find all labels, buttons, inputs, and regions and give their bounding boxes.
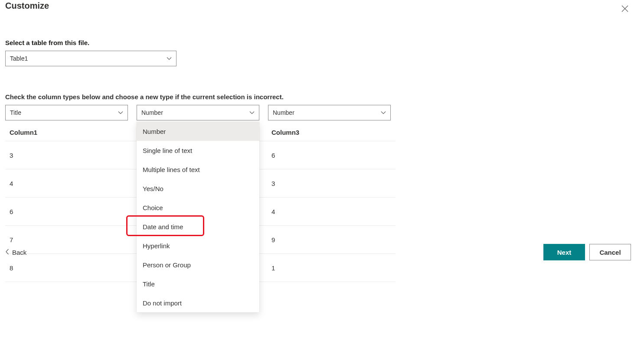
- table-cell: 9: [265, 236, 396, 243]
- menu-item-multiple-lines[interactable]: Multiple lines of text: [137, 160, 259, 179]
- menu-item-yes-no[interactable]: Yes/No: [137, 179, 259, 198]
- menu-item-person-group[interactable]: Person or Group: [137, 255, 259, 274]
- column-type-instruction: Check the column types below and choose …: [5, 93, 639, 101]
- table-cell: 3: [265, 180, 396, 187]
- chevron-down-icon: [249, 110, 255, 115]
- table-cell: 7: [5, 236, 135, 243]
- close-icon: [621, 5, 628, 12]
- back-button[interactable]: Back: [5, 249, 26, 256]
- chevron-down-icon: [118, 110, 123, 115]
- table-cell: 6: [5, 208, 135, 215]
- chevron-down-icon: [381, 110, 386, 115]
- column3-type-value: Number: [273, 109, 294, 116]
- dialog-title: Customize: [5, 1, 49, 11]
- column3-type-dropdown[interactable]: Number: [268, 105, 391, 120]
- column1-type-dropdown[interactable]: Title: [5, 105, 128, 120]
- chevron-down-icon: [167, 56, 172, 61]
- table-cell: 4: [265, 208, 396, 215]
- close-button[interactable]: [620, 3, 630, 14]
- table-cell: 1: [265, 264, 396, 272]
- table-cell: 3: [5, 152, 135, 159]
- chevron-left-icon: [5, 249, 10, 256]
- select-table-label: Select a table from this file.: [5, 39, 639, 46]
- menu-item-number[interactable]: Number: [137, 122, 259, 141]
- menu-item-choice[interactable]: Choice: [137, 198, 259, 217]
- column-header: Column1: [5, 129, 135, 136]
- column2-type-value: Number: [141, 109, 163, 116]
- next-button[interactable]: Next: [543, 244, 585, 260]
- table-select-value: Table1: [10, 55, 28, 62]
- table-select-dropdown[interactable]: Table1: [5, 51, 177, 66]
- menu-item-title[interactable]: Title: [137, 274, 259, 293]
- table-cell: 6: [265, 152, 396, 159]
- cancel-button[interactable]: Cancel: [589, 244, 631, 260]
- menu-item-hyperlink[interactable]: Hyperlink: [137, 236, 259, 255]
- menu-item-date-time[interactable]: Date and time: [137, 217, 259, 236]
- column1-type-value: Title: [10, 109, 21, 116]
- column-header: Column3: [265, 129, 396, 136]
- column-type-menu: Number Single line of text Multiple line…: [137, 122, 259, 312]
- table-cell: 4: [5, 180, 135, 187]
- table-cell: 8: [5, 264, 135, 272]
- back-label: Back: [12, 249, 26, 256]
- column2-type-dropdown[interactable]: Number: [137, 105, 259, 120]
- menu-item-do-not-import[interactable]: Do not import: [137, 293, 259, 312]
- menu-item-single-line[interactable]: Single line of text: [137, 141, 259, 160]
